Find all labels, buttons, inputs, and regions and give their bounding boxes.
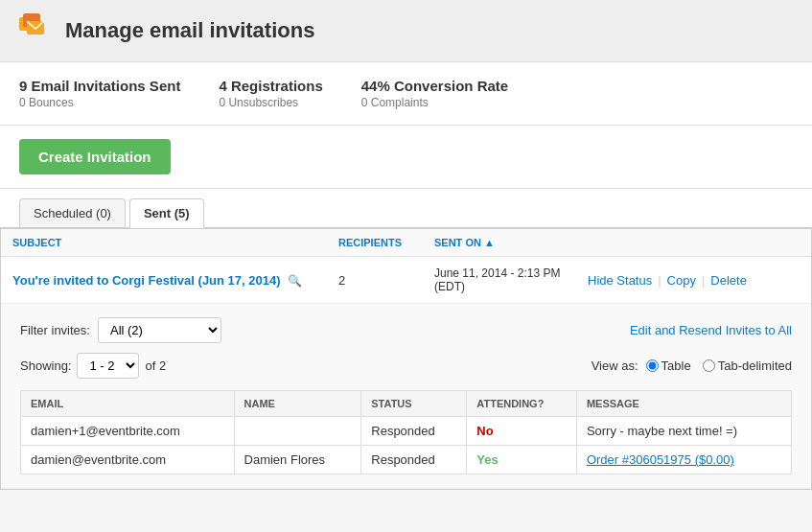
col-sent-on: SENT ON ▲ — [434, 237, 588, 248]
stat-secondary: 0 Unsubscribes — [219, 96, 322, 109]
resend-invites-link[interactable]: Edit and Resend Invites to All — [630, 323, 792, 337]
main-content: SUBJECT RECIPIENTS SENT ON ▲ You're invi… — [0, 228, 812, 490]
col-actions — [588, 237, 800, 248]
cell-attending: No — [467, 417, 577, 446]
showing-left: Showing: 1 - 2 1 - 5 of 2 — [20, 353, 166, 379]
email-invitations-icon — [19, 13, 54, 48]
view-tab-radio[interactable] — [703, 359, 715, 372]
stat-primary: 4 Registrations — [219, 78, 322, 94]
email-subject-link[interactable]: You're invited to Corgi Festival (Jun 17… — [12, 273, 281, 288]
cell-name — [234, 417, 361, 446]
cell-status: Responded — [361, 446, 467, 474]
table-row: damien@eventbrite.com Damien Flores Resp… — [21, 446, 792, 474]
view-as: View as: Table Tab-delimited — [592, 359, 792, 373]
showing-of: of 2 — [145, 359, 166, 373]
expanded-area: Filter invites: All (2) Responded Not Re… — [1, 303, 811, 488]
view-table-option[interactable]: Table — [646, 359, 691, 373]
hide-status-link[interactable]: Hide Status — [588, 273, 652, 288]
table-header-row: SUBJECT RECIPIENTS SENT ON ▲ — [1, 229, 811, 257]
order-link[interactable]: Order #306051975 ($0.00) — [587, 452, 734, 467]
stat-primary: 9 Email Invitations Sent — [19, 78, 180, 94]
showing-row: Showing: 1 - 2 1 - 5 of 2 View as: Table — [20, 353, 792, 379]
th-status: STATUS — [361, 391, 467, 417]
email-subject-cell: You're invited to Corgi Festival (Jun 17… — [12, 273, 338, 288]
cell-email: damien@eventbrite.com — [21, 446, 235, 474]
view-as-label: View as: — [592, 359, 638, 373]
email-recipients-cell: 2 — [338, 273, 434, 288]
tab[interactable]: Sent (5) — [129, 198, 204, 228]
th-message: MESSAGE — [576, 391, 791, 417]
cell-status: Responded — [361, 417, 467, 446]
email-actions-cell: Hide Status | Copy | Delete — [588, 273, 800, 288]
stat-secondary: 0 Bounces — [19, 96, 180, 109]
showing-select[interactable]: 1 - 2 1 - 5 — [77, 353, 139, 379]
attending-no-badge: No — [476, 424, 493, 438]
col-recipients: RECIPIENTS — [338, 237, 434, 248]
cell-email: damien+1@eventbrite.com — [21, 417, 235, 446]
stat-secondary: 0 Complaints — [361, 96, 508, 109]
actions-bar: Create Invitation — [0, 126, 812, 189]
tabs-bar: Scheduled (0)Sent (5) — [0, 189, 812, 228]
stat-block: 4 Registrations0 Unsubscribes — [219, 78, 322, 109]
th-name: NAME — [234, 391, 361, 417]
table-row: damien+1@eventbrite.com Responded No Sor… — [21, 417, 792, 446]
page-title: Manage email invitations — [65, 18, 314, 43]
email-row: You're invited to Corgi Festival (Jun 17… — [1, 257, 811, 489]
tab[interactable]: Scheduled (0) — [19, 198, 126, 227]
search-icon[interactable]: 🔍 — [288, 274, 302, 288]
filter-row: Filter invites: All (2) Responded Not Re… — [20, 317, 792, 343]
showing-label: Showing: — [20, 359, 71, 373]
invites-table-body: damien+1@eventbrite.com Responded No Sor… — [21, 417, 792, 474]
copy-link[interactable]: Copy — [667, 273, 696, 288]
view-table-radio[interactable] — [646, 359, 659, 372]
filter-select[interactable]: All (2) Responded Not Responded — [98, 317, 221, 343]
cell-message: Sorry - maybe next time! =) — [576, 417, 791, 446]
page-header: Manage email invitations — [0, 0, 812, 62]
email-date-cell: June 11, 2014 - 2:13 PM (EDT) — [434, 266, 588, 293]
create-invitation-button[interactable]: Create Invitation — [19, 139, 171, 174]
attending-yes-badge: Yes — [476, 452, 498, 467]
filter-label: Filter invites: — [20, 323, 90, 337]
stat-block: 9 Email Invitations Sent0 Bounces — [19, 78, 180, 109]
th-email: EMAIL — [21, 391, 235, 417]
delete-link[interactable]: Delete — [710, 273, 747, 288]
filter-left: Filter invites: All (2) Responded Not Re… — [20, 317, 221, 343]
cell-name: Damien Flores — [234, 446, 361, 474]
cell-message: Order #306051975 ($0.00) — [576, 446, 791, 474]
cell-attending: Yes — [467, 446, 577, 474]
invites-table-header: EMAIL NAME STATUS ATTENDING? MESSAGE — [21, 391, 792, 417]
col-subject: SUBJECT — [12, 237, 338, 248]
view-tab-delimited-option[interactable]: Tab-delimited — [703, 359, 792, 373]
radio-group: Table Tab-delimited — [646, 359, 792, 373]
stat-block: 44% Conversion Rate0 Complaints — [361, 78, 508, 109]
stat-primary: 44% Conversion Rate — [361, 78, 508, 94]
invites-table: EMAIL NAME STATUS ATTENDING? MESSAGE dam… — [20, 390, 792, 474]
th-attending: ATTENDING? — [467, 391, 577, 417]
email-row-main: You're invited to Corgi Festival (Jun 17… — [1, 257, 811, 303]
stats-bar: 9 Email Invitations Sent0 Bounces4 Regis… — [0, 62, 812, 126]
